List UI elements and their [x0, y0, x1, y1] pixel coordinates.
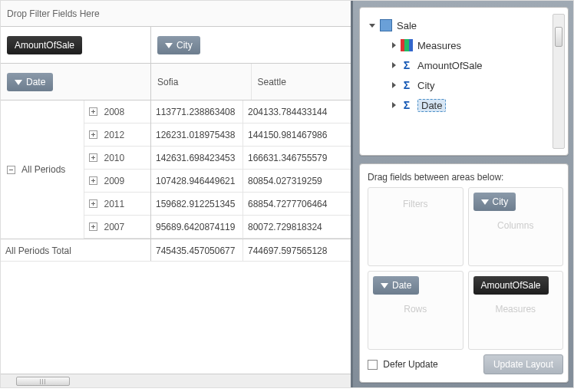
data-cell: 95689.6420874119	[151, 216, 242, 239]
total-row: All Periods Total 745435.457050677 74469…	[1, 239, 351, 262]
tree-node-label-selected: Date	[417, 99, 446, 112]
expand-icon[interactable]	[89, 222, 97, 231]
data-cell: 126231.018975438	[151, 124, 242, 147]
area-filters-label: Filters	[371, 199, 460, 209]
filter-drop-zone[interactable]: Drop Filter Fields Here	[1, 1, 351, 27]
chip-label: City	[493, 196, 509, 207]
tree-toggle-icon[interactable]	[392, 82, 396, 88]
area-rows-label: Rows	[371, 304, 460, 315]
year-label: 2011	[104, 199, 124, 209]
data-cell: 107428.946449621	[151, 170, 242, 193]
field-list-pane: Sale Measures Σ AmountOfSale Σ City	[351, 1, 573, 387]
expand-icon[interactable]	[89, 199, 97, 208]
field-tree: Sale Measures Σ AmountOfSale Σ City	[368, 15, 563, 115]
tree-node-label: Measures	[417, 40, 461, 51]
pivot-body: All Periods 2008 2012 2010 2009 2011 200…	[1, 100, 351, 239]
tree-node-label: Sale	[397, 20, 417, 31]
area-filters[interactable]: Filters	[368, 187, 463, 266]
row-field-chip-date[interactable]: Date	[7, 73, 53, 91]
funnel-icon	[15, 77, 22, 87]
tree-toggle-icon[interactable]	[392, 42, 396, 48]
data-cell: 80854.027319259	[243, 170, 351, 193]
row-group-all-periods[interactable]: All Periods	[1, 100, 84, 239]
row-year[interactable]: 2007	[84, 216, 150, 239]
update-layout-button[interactable]: Update Layout	[483, 354, 563, 374]
row-year[interactable]: 2009	[84, 170, 150, 193]
expand-icon[interactable]	[89, 176, 97, 185]
column-field-label: City	[176, 40, 193, 51]
data-column-sofia: 113771.238863408 126231.018975438 142631…	[151, 100, 243, 239]
tree-node-amountofsale[interactable]: Σ AmountOfSale	[368, 55, 563, 75]
total-cell-sofia: 745435.457050677	[151, 239, 242, 261]
funnel-icon	[481, 196, 489, 207]
tree-node-label: AmountOfSale	[417, 60, 483, 71]
tree-node-measures[interactable]: Measures	[368, 35, 563, 55]
area-columns-label: Columns	[472, 220, 560, 231]
tree-node-sale[interactable]: Sale	[368, 15, 563, 35]
total-label: All Periods Total	[1, 239, 151, 261]
area-columns[interactable]: City Columns	[468, 187, 564, 266]
pivot-grid: Drop Filter Fields Here AmountOfSale Cit…	[1, 1, 351, 387]
sigma-icon: Σ	[401, 59, 413, 71]
pivot-subheader-row: Date Sofia Seattle	[1, 64, 351, 100]
data-cell: 144150.981467986	[243, 124, 351, 147]
data-cell: 204133.784433144	[243, 100, 351, 124]
row-year[interactable]: 2010	[84, 147, 150, 170]
checkbox-icon[interactable]	[368, 360, 378, 370]
vertical-scrollbar[interactable]	[553, 14, 565, 149]
column-header-seattle[interactable]: Seattle	[252, 64, 351, 100]
data-cell: 113771.238863408	[151, 100, 242, 124]
areas-title: Drag fields between areas below:	[368, 172, 563, 183]
column-field-chip-city[interactable]: City	[157, 36, 200, 54]
data-column-seattle: 204133.784433144 144150.981467986 166631…	[243, 100, 351, 239]
year-label: 2007	[104, 222, 124, 232]
defer-update-option[interactable]: Defer Update	[368, 359, 438, 370]
area-measures-label: Measures	[472, 304, 560, 315]
row-year[interactable]: 2012	[84, 124, 150, 147]
row-year[interactable]: 2008	[84, 100, 150, 124]
area-measures[interactable]: AmountOfSale Measures	[468, 271, 564, 350]
data-cell: 142631.698423453	[151, 147, 242, 170]
row-field-label: Date	[26, 77, 45, 87]
total-cell-seattle: 744697.597565128	[243, 239, 351, 261]
area-measures-chip-amountofsale[interactable]: AmountOfSale	[473, 276, 549, 295]
horizontal-scrollbar[interactable]: |||	[1, 374, 351, 387]
year-label: 2012	[104, 130, 124, 140]
expand-icon[interactable]	[89, 130, 97, 139]
data-cell: 159682.912251345	[151, 193, 242, 216]
tree-node-label: City	[417, 80, 434, 91]
tree-toggle-icon[interactable]	[392, 102, 396, 108]
expand-icon[interactable]	[89, 107, 97, 116]
field-tree-panel: Sale Measures Σ AmountOfSale Σ City	[359, 7, 569, 156]
area-columns-chip-city[interactable]: City	[473, 193, 516, 211]
tree-toggle-icon[interactable]	[369, 24, 375, 28]
defer-update-label: Defer Update	[383, 359, 437, 370]
row-year[interactable]: 2011	[84, 193, 150, 216]
data-cell: 166631.346755579	[243, 147, 351, 170]
year-label: 2009	[104, 176, 124, 186]
data-cell: 80072.729818324	[243, 216, 351, 239]
cube-icon	[380, 19, 392, 31]
tree-node-city[interactable]: Σ City	[368, 75, 563, 95]
scrollbar-thumb[interactable]: |||	[16, 377, 70, 386]
expand-icon[interactable]	[89, 153, 97, 162]
chip-label: Date	[392, 280, 411, 291]
pivot-header-row: AmountOfSale City	[1, 27, 351, 64]
area-rows[interactable]: Date Rows	[368, 271, 463, 350]
funnel-icon	[165, 40, 173, 51]
funnel-icon	[381, 280, 388, 291]
tree-node-date[interactable]: Σ Date	[368, 95, 563, 115]
column-header-sofia[interactable]: Sofia	[151, 64, 252, 100]
sigma-icon: Σ	[401, 79, 413, 91]
collapse-icon[interactable]	[7, 166, 15, 174]
measures-icon	[401, 39, 413, 51]
areas-panel: Drag fields between areas below: Filters…	[359, 163, 569, 383]
area-rows-chip-date[interactable]: Date	[373, 276, 419, 295]
tree-toggle-icon[interactable]	[392, 62, 396, 68]
year-label: 2010	[104, 153, 124, 163]
data-cell: 68854.7277706464	[243, 193, 351, 216]
sigma-icon: Σ	[401, 99, 413, 111]
row-years: 2008 2012 2010 2009 2011 2007	[84, 100, 150, 239]
year-label: 2008	[104, 107, 124, 117]
measure-chip-amountofsale[interactable]: AmountOfSale	[7, 36, 82, 54]
